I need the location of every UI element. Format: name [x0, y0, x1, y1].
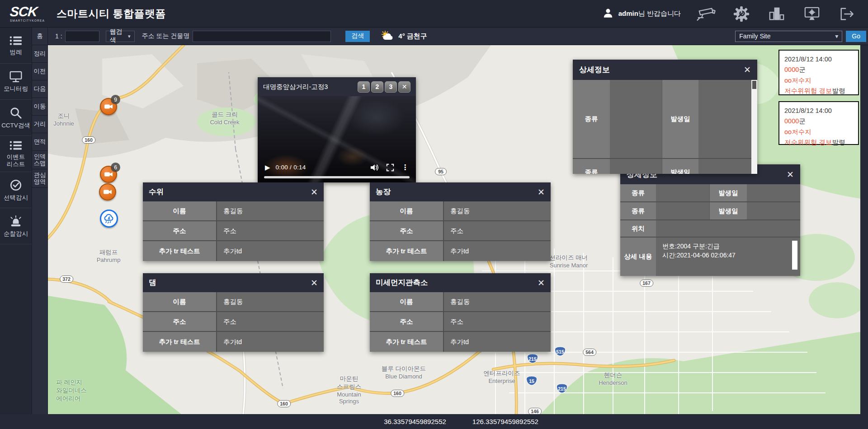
brand-logo-subtext: SMARTCITYKOREA	[10, 19, 45, 23]
close-icon[interactable]: ✕	[538, 188, 545, 196]
popup-water-level: 수위 ✕ 이름홍길동 주소주소 추가 tr 테스트추가td	[143, 182, 324, 261]
logout-icon[interactable]	[837, 5, 857, 23]
chevron-down-icon: ▾	[835, 33, 838, 40]
map-tool-previous[interactable]: 이전	[32, 63, 47, 80]
sidebar-item-cctv-search[interactable]: CCTV검색	[0, 100, 32, 136]
search-button[interactable]: 검색	[345, 31, 370, 42]
detail-panel-secondary: 상세정보 ✕ 종류 발생일 종류 발생일 위치 상세 내용	[620, 164, 800, 276]
map-tool-clear[interactable]: 정리	[32, 45, 47, 63]
close-icon[interactable]: ✕	[787, 170, 794, 179]
sidebar-item-monitoring[interactable]: 모니터링	[0, 64, 32, 100]
volume-icon[interactable]	[370, 163, 379, 172]
alert-notification[interactable]: 2021/8/12 14:00 0000군 oo저수지 저수위위험 경보발령	[778, 101, 859, 145]
weather-station-marker[interactable]	[100, 210, 118, 228]
search-type-select[interactable]: 웹검색 ▾	[106, 31, 135, 42]
cctv-marker[interactable]	[99, 183, 116, 201]
alert-target: oo저수지	[784, 127, 853, 137]
popup-row: 주소주소	[143, 312, 324, 332]
family-site-select[interactable]: Family Site ▾	[735, 31, 842, 42]
popup-row: 주소주소	[370, 221, 551, 241]
list-icon	[9, 35, 23, 46]
map-tool-distance[interactable]: 거리	[32, 116, 47, 133]
popup-header[interactable]: 미세먼지관측소 ✕	[370, 273, 551, 292]
header-right: admin님 반갑습니다	[602, 0, 857, 28]
cctv-icon[interactable]	[696, 5, 716, 23]
close-icon[interactable]: ✕	[744, 65, 751, 74]
detail-panel-primary: 상세정보 ✕ 종류 발생일 종류 발생일	[573, 60, 757, 174]
video-progress-bar[interactable]	[264, 176, 410, 178]
map-tool-strip: 홈 정리 이전 다음 이동 거리 면적 인덱 스맵 관심 영역	[32, 28, 48, 414]
detail-panel-header[interactable]: 상세정보 ✕	[573, 60, 757, 80]
scrollbar-thumb[interactable]	[792, 241, 797, 270]
sidebar-item-event-list[interactable]: 이벤트 리스트	[0, 136, 32, 172]
detail-row-location: 위치	[620, 220, 800, 238]
list-icon	[9, 140, 23, 151]
video-player[interactable]: ▶ 0:00 / 0:14 ⋮	[258, 96, 416, 182]
cctv-video-popup: 대명중앞삼거리-고정3 1 2 3 ✕ ▶ 0:00 / 0:14 ⋮	[258, 77, 416, 182]
detail-panel-body: 종류 발생일 종류 발생일 위치 상세 내용 번호:2004 구분:긴급 시간:…	[620, 184, 800, 276]
map-label-cold-creek: 콜드 크릭Cold Creek	[210, 111, 239, 126]
channel-3-button[interactable]: 3	[385, 81, 397, 93]
sidebar: 범례 모니터링 CCTV검색 이벤트 리스트 선택감시	[0, 28, 32, 414]
map-tool-interest-area[interactable]: 관심 영역	[32, 169, 47, 188]
go-button[interactable]: Go	[846, 31, 866, 42]
statistics-chart-icon[interactable]	[767, 5, 787, 23]
map-tool-next[interactable]: 다음	[32, 80, 47, 98]
detail-row-content: 상세 내용 번호:2004 구분:긴급 시간:2021-04-06 02:06:…	[620, 238, 800, 276]
alert-notification[interactable]: 2021/8/12 14:00 0000군 oo저수지 저수위위험 경보발령	[778, 50, 859, 95]
brand-logo[interactable]: SCK SMARTCITYKOREA	[10, 5, 45, 23]
route-shield: 167	[640, 280, 653, 287]
popup-header[interactable]: 수위 ✕	[143, 182, 324, 201]
route-shield: 95	[435, 168, 447, 175]
channel-1-button[interactable]: 1	[358, 81, 370, 93]
fullscreen-icon[interactable]	[386, 163, 394, 172]
cctv-cluster-marker[interactable]: 9	[100, 98, 117, 115]
sidebar-item-selective-watch[interactable]: 선택감시	[0, 172, 32, 208]
weather-sun-cloud-icon	[382, 31, 395, 42]
smart-city-platform: SCK SMARTCITYKOREA 스마트시티 통합플랫폼 admin님 반갑…	[0, 0, 868, 429]
map-label-henderson: 헨더슨Henderson	[599, 371, 627, 386]
popup-row: 추가 tr 테스트추가td	[143, 241, 324, 261]
map-tool-area[interactable]: 면적	[32, 133, 47, 151]
map-tool-home[interactable]: 홈	[32, 28, 47, 45]
cctv-cluster-marker[interactable]: 6	[100, 166, 117, 183]
video-popup-header[interactable]: 대명중앞삼거리-고정3 1 2 3 ✕	[258, 77, 416, 96]
popup-header[interactable]: 농장 ✕	[370, 182, 551, 201]
close-icon[interactable]: ✕	[398, 81, 410, 93]
scale-input[interactable]	[65, 31, 99, 42]
map-tool-move[interactable]: 이동	[32, 98, 47, 116]
close-icon[interactable]: ✕	[311, 188, 318, 196]
address-input[interactable]	[193, 31, 331, 42]
route-shield: 372	[60, 275, 73, 283]
popup-row: 추가 tr 테스트추가td	[143, 332, 324, 352]
map-label-johnnie: 조니Johnnie	[53, 112, 74, 127]
storm-cloud-icon	[103, 213, 115, 224]
right-edge-panel	[860, 45, 868, 414]
monitor-settings-icon[interactable]	[802, 5, 822, 23]
scrollbar-thumb[interactable]	[752, 81, 756, 89]
channel-2-button[interactable]: 2	[371, 81, 383, 93]
route-shield: 160	[277, 400, 291, 407]
popup-row: 이름홍길동	[370, 292, 551, 312]
sidebar-item-legend[interactable]: 범례	[0, 28, 32, 64]
sidebar-item-patrol-watch[interactable]: 순찰감시	[0, 208, 32, 244]
popup-header[interactable]: 댐 ✕	[143, 273, 324, 292]
detail-row: 종류 발생일	[620, 202, 800, 220]
kebab-menu-icon[interactable]: ⋮	[401, 163, 409, 172]
map-label-pahrump: 패럼프Pahrump	[97, 248, 121, 263]
map-tool-index-map[interactable]: 인덱 스맵	[32, 151, 47, 169]
play-icon[interactable]: ▶	[265, 163, 270, 172]
close-icon[interactable]: ✕	[311, 279, 318, 287]
settings-gear-icon[interactable]	[731, 5, 751, 23]
detail-content: 번호:2004 구분:긴급 시간:2021-04-06 02:06:47	[656, 238, 800, 276]
popup-row: 추가 tr 테스트추가td	[370, 332, 551, 352]
popup-row: 주소주소	[143, 221, 324, 241]
map-label-enterprise: 엔터프라이즈Enterprise	[484, 369, 520, 384]
scrollbar[interactable]	[751, 80, 757, 174]
latitude-readout: 36.33579459892552	[384, 418, 446, 425]
user-name: admin	[618, 9, 638, 17]
monitor-icon	[9, 70, 23, 83]
close-icon[interactable]: ✕	[538, 279, 545, 287]
video-popup-title: 대명중앞삼거리-고정3	[263, 83, 356, 91]
check-circle-icon	[9, 179, 22, 191]
